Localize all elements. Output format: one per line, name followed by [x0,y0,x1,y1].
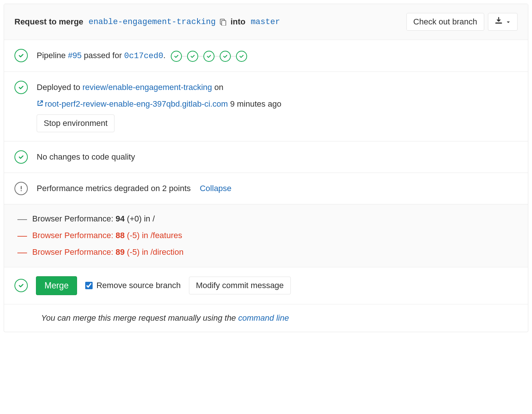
danger-dash-icon: — [17,230,25,241]
header-prefix: Request to merge [14,17,83,27]
svg-rect-2 [21,186,22,189]
merge-request-header: Request to merge enable-engagement-track… [4,4,528,40]
external-link-icon [37,97,43,104]
source-branch-link[interactable]: enable-engagement-tracking [89,17,216,27]
metric-row: — Browser Performance: 89 (-5) in /direc… [17,247,518,258]
neutral-dash-icon: — [17,213,25,225]
deploy-url-link[interactable]: root-perf2-review-enable-eng-397qbd.gitl… [45,99,228,108]
status-success-icon [14,150,28,164]
merge-section: Merge Remove source branch Modify commit… [4,267,528,304]
chevron-down-icon [506,17,511,27]
download-dropdown-button[interactable] [488,13,518,31]
download-icon [495,17,502,27]
code-quality-section: No changes to code quality [4,141,528,173]
into-text: into [230,17,245,27]
pipeline-commit-link[interactable]: 0c17ced0 [124,51,163,61]
svg-rect-3 [21,190,22,191]
pipeline-stage-icon[interactable] [236,51,247,62]
deploy-prefix: Deployed to [37,83,80,92]
performance-detail-section: — Browser Performance: 94 (+0) in / — Br… [4,204,528,267]
remove-source-branch-input[interactable] [85,282,93,289]
performance-section: Performance metrics degraded on 2 points… [4,173,528,204]
metric-delta: (+0) in / [127,214,155,223]
status-success-icon [14,49,28,62]
checkout-branch-button[interactable]: Check out branch [406,13,484,31]
metric-value: 94 [116,214,124,223]
merge-button[interactable]: Merge [36,276,77,295]
metric-row: — Browser Performance: 88 (-5) in /featu… [17,230,518,241]
pipeline-stage-icon[interactable] [171,51,182,62]
deploy-time: 9 minutes ago [230,99,281,108]
stop-environment-button[interactable]: Stop environment [37,114,114,132]
status-success-icon [14,279,28,292]
metric-label: Browser Performance: [32,214,113,223]
pipeline-prefix: Pipeline [37,51,66,60]
deploy-on: on [214,83,223,92]
pipeline-stage-icon[interactable] [203,51,215,62]
pipeline-section: Pipeline #95 passed for 0c17ced0. [4,40,528,72]
command-line-link[interactable]: command line [238,313,289,323]
deploy-section: Deployed to review/enable-engagement-tra… [4,72,528,141]
pipeline-status: passed for [84,51,122,60]
pipeline-stage-icon[interactable] [187,51,198,62]
performance-summary: Performance metrics degraded on 2 points [37,184,191,193]
metric-row: — Browser Performance: 94 (+0) in / [17,213,518,225]
code-quality-text: No changes to code quality [37,152,135,161]
metric-value: 88 [116,231,124,240]
manual-merge-footer: You can merge this merge request manuall… [4,304,528,332]
pipeline-number-link[interactable]: #95 [68,51,82,60]
svg-rect-1 [222,20,226,26]
danger-dash-icon: — [17,247,25,258]
status-warning-icon [14,182,28,195]
status-success-icon [14,81,28,94]
metric-label: Browser Performance: [32,247,113,257]
footer-text: You can merge this merge request manuall… [41,313,236,323]
copy-icon[interactable] [219,18,227,26]
collapse-link[interactable]: Collapse [200,184,232,193]
target-branch-link[interactable]: master [251,17,280,27]
metric-label: Browser Performance: [32,231,113,240]
metric-delta: (-5) in /direction [127,247,184,257]
pipeline-suffix: . [163,51,166,60]
metric-delta: (-5) in /features [127,231,182,240]
modify-commit-message-button[interactable]: Modify commit message [189,277,291,294]
pipeline-stage-icon[interactable] [220,51,231,62]
deploy-env-link[interactable]: review/enable-engagement-tracking [83,83,212,92]
metric-value: 89 [116,247,124,257]
remove-source-branch-checkbox[interactable]: Remove source branch [85,281,180,290]
remove-source-branch-label: Remove source branch [96,281,180,290]
